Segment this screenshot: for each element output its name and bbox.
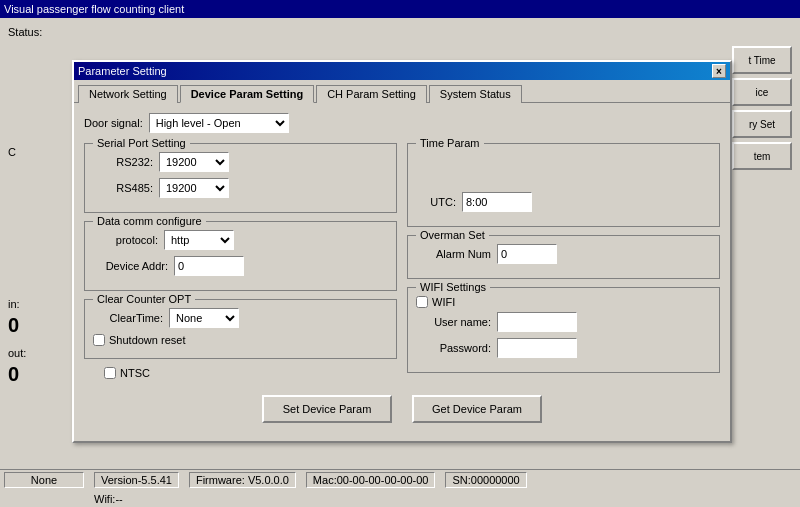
app-titlebar: Visual passenger flow counting client bbox=[0, 0, 800, 18]
clear-time-label: ClearTime: bbox=[93, 312, 163, 324]
device-addr-label: Device Addr: bbox=[93, 260, 168, 272]
protocol-select[interactable]: http tcp udp bbox=[164, 230, 234, 250]
set-device-param-button[interactable]: Set Device Param bbox=[262, 395, 392, 423]
shutdown-reset-row: Shutdown reset bbox=[93, 334, 388, 346]
right-btn-4[interactable]: tem bbox=[732, 142, 792, 170]
in-label: in: bbox=[8, 298, 75, 310]
wifi-checkbox[interactable] bbox=[416, 296, 428, 308]
dialog-tabs: Network Setting Device Param Setting CH … bbox=[74, 80, 730, 103]
overman-set-groupbox: Overman Set Alarm Num bbox=[407, 235, 720, 279]
protocol-label: protocol: bbox=[93, 234, 158, 246]
dialog-titlebar: Parameter Setting × bbox=[74, 62, 730, 80]
door-signal-label: Door signal: bbox=[84, 117, 143, 129]
statusbar-row2: Wifi:-- bbox=[0, 490, 800, 507]
password-label: Password: bbox=[416, 342, 491, 354]
statusbar: None Version-5.5.41 Firmware: V5.0.0.0 M… bbox=[0, 469, 800, 507]
clear-time-row: ClearTime: None Daily Weekly bbox=[93, 308, 388, 328]
status-none: None bbox=[4, 472, 84, 488]
ntsc-row: NTSC bbox=[104, 367, 397, 379]
tab-ch-param[interactable]: CH Param Setting bbox=[316, 85, 427, 103]
clear-counter-groupbox: Clear Counter OPT ClearTime: None Daily … bbox=[84, 299, 397, 359]
out-label: out: bbox=[8, 347, 75, 359]
wifi-settings-title: WIFI Settings bbox=[416, 281, 490, 293]
clear-counter-title: Clear Counter OPT bbox=[93, 293, 195, 305]
data-comm-groupbox: Data comm configure protocol: http tcp u… bbox=[84, 221, 397, 291]
app-title: Visual passenger flow counting client bbox=[4, 3, 184, 15]
utc-label: UTC: bbox=[416, 196, 456, 208]
left-column: Serial Port Setting RS232: 19200 9600 38… bbox=[84, 143, 397, 383]
serial-port-title: Serial Port Setting bbox=[93, 137, 190, 149]
right-btn-1[interactable]: t Time bbox=[732, 46, 792, 74]
in-value: 0 bbox=[8, 314, 75, 337]
alarm-num-input[interactable] bbox=[497, 244, 557, 264]
device-addr-input[interactable]: 0 bbox=[174, 256, 244, 276]
dialog-content: Door signal: High level - Open Low level… bbox=[74, 103, 730, 441]
shutdown-reset-label: Shutdown reset bbox=[109, 334, 185, 346]
utc-row: UTC: bbox=[416, 192, 711, 212]
rs232-row: RS232: 19200 9600 38400 115200 bbox=[93, 152, 388, 172]
ntsc-checkbox[interactable] bbox=[104, 367, 116, 379]
right-column: Time Param UTC: Overman Set Alarm Num bbox=[407, 143, 720, 383]
get-device-param-button[interactable]: Get Device Param bbox=[412, 395, 542, 423]
status-version: Version-5.5.41 bbox=[94, 472, 179, 488]
dialog-title: Parameter Setting bbox=[78, 65, 167, 77]
ntsc-label: NTSC bbox=[120, 367, 150, 379]
tab-network[interactable]: Network Setting bbox=[78, 85, 178, 103]
username-label: User name: bbox=[416, 316, 491, 328]
status-mac: Mac:00-00-00-00-00-00 bbox=[306, 472, 436, 488]
rs485-row: RS485: 19200 9600 38400 115200 bbox=[93, 178, 388, 198]
tab-device-param[interactable]: Device Param Setting bbox=[180, 85, 315, 103]
dialog-close-button[interactable]: × bbox=[712, 64, 726, 78]
two-col-layout: Serial Port Setting RS232: 19200 9600 38… bbox=[84, 143, 720, 383]
wifi-checkbox-row: WIFI bbox=[416, 296, 711, 308]
parameter-setting-dialog: Parameter Setting × Network Setting Devi… bbox=[72, 60, 732, 443]
username-row: User name: bbox=[416, 312, 711, 332]
c-label: C bbox=[8, 146, 75, 158]
overman-set-title: Overman Set bbox=[416, 229, 489, 241]
shutdown-reset-checkbox[interactable] bbox=[93, 334, 105, 346]
protocol-row: protocol: http tcp udp bbox=[93, 230, 388, 250]
utc-input[interactable] bbox=[462, 192, 532, 212]
status-firmware: Firmware: V5.0.0.0 bbox=[189, 472, 296, 488]
right-btn-2[interactable]: ice bbox=[732, 78, 792, 106]
dialog-buttons: Set Device Param Get Device Param bbox=[84, 387, 720, 431]
serial-port-groupbox: Serial Port Setting RS232: 19200 9600 38… bbox=[84, 143, 397, 213]
out-value: 0 bbox=[8, 363, 75, 386]
rs232-label: RS232: bbox=[93, 156, 153, 168]
door-signal-row: Door signal: High level - Open Low level… bbox=[84, 113, 720, 133]
rs485-select[interactable]: 19200 9600 38400 115200 bbox=[159, 178, 229, 198]
door-signal-select[interactable]: High level - Open Low level - Open bbox=[149, 113, 289, 133]
wifi-label: WIFI bbox=[432, 296, 455, 308]
time-param-title: Time Param bbox=[416, 137, 484, 149]
alarm-num-label: Alarm Num bbox=[416, 248, 491, 260]
tab-system-status[interactable]: System Status bbox=[429, 85, 522, 103]
username-input[interactable] bbox=[497, 312, 577, 332]
left-panel: C in: 0 out: 0 bbox=[4, 42, 79, 462]
status-sn: SN:00000000 bbox=[445, 472, 526, 488]
rs485-label: RS485: bbox=[93, 182, 153, 194]
clear-time-select[interactable]: None Daily Weekly bbox=[169, 308, 239, 328]
password-row: Password: bbox=[416, 338, 711, 358]
right-btn-3[interactable]: ry Set bbox=[732, 110, 792, 138]
status-bar-top: Status: bbox=[4, 22, 796, 42]
time-param-groupbox: Time Param UTC: bbox=[407, 143, 720, 227]
alarm-num-row: Alarm Num bbox=[416, 244, 711, 264]
wifi-settings-groupbox: WIFI Settings WIFI User name: Password: bbox=[407, 287, 720, 373]
status-label: Status: bbox=[8, 26, 42, 38]
right-buttons: t Time ice ry Set tem bbox=[728, 42, 796, 174]
data-comm-title: Data comm configure bbox=[93, 215, 206, 227]
status-wifi: Wifi:-- bbox=[94, 493, 123, 505]
password-input[interactable] bbox=[497, 338, 577, 358]
statusbar-row1: None Version-5.5.41 Firmware: V5.0.0.0 M… bbox=[0, 470, 800, 490]
device-addr-row: Device Addr: 0 bbox=[93, 256, 388, 276]
rs232-select[interactable]: 19200 9600 38400 115200 bbox=[159, 152, 229, 172]
